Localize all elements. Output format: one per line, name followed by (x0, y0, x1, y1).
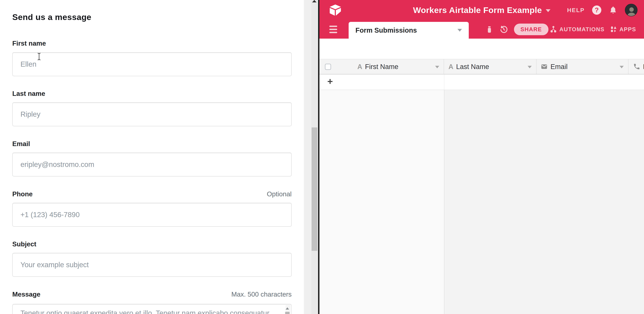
subject-label-row: Subject (12, 240, 292, 248)
column-label: Last Name (456, 63, 489, 71)
column-divider (444, 90, 444, 314)
last-name-label-row: Last name (12, 90, 292, 97)
chevron-down-icon[interactable] (620, 66, 624, 68)
help-question-icon[interactable]: ? (592, 6, 601, 15)
scrollbar-thumb[interactable] (285, 312, 290, 314)
email-label: Email (12, 140, 30, 148)
scroll-up-arrow-icon[interactable] (312, 0, 316, 3)
apps-icon (610, 26, 618, 33)
textarea-scrollbar[interactable] (286, 305, 290, 314)
last-name-label: Last name (12, 90, 45, 97)
scroll-column-area (444, 90, 644, 314)
scroll-up-arrow-icon[interactable] (286, 307, 289, 309)
apps-label: APPS (620, 26, 636, 33)
last-name-input[interactable] (12, 102, 292, 126)
notifications-bell-icon[interactable] (609, 6, 618, 15)
chevron-down-icon[interactable] (546, 9, 550, 12)
subject-label: Subject (12, 240, 36, 248)
help-button[interactable]: HELP (567, 7, 584, 14)
column-label: Phone (643, 63, 644, 71)
email-icon (540, 63, 548, 70)
chevron-down-icon[interactable] (435, 66, 439, 68)
email-input[interactable] (12, 153, 292, 176)
topbar-right-group: HELP ? (567, 0, 638, 20)
trash-icon[interactable] (485, 25, 494, 34)
single-line-text-icon: A (357, 63, 362, 71)
column-label: First Name (365, 63, 398, 71)
automations-label: AUTOMATIONS (559, 26, 604, 33)
browser-scrollbar[interactable] (304, 0, 318, 314)
phone-label: Phone (12, 190, 32, 198)
window-divider (318, 0, 320, 314)
text-cursor-ibeam (37, 53, 41, 61)
airtable-window: Workers Airtable Form Example HELP ? (320, 0, 644, 314)
add-row[interactable]: + (320, 75, 644, 90)
message-label: Message (12, 290, 40, 298)
phone-label-row: Phone Optional (12, 190, 292, 198)
phone-icon (633, 63, 640, 70)
chevron-down-icon[interactable] (528, 66, 532, 68)
table-tabs-bar: Form Submissions SHARE (320, 20, 644, 39)
phone-input[interactable] (12, 203, 292, 227)
subject-input[interactable] (12, 253, 292, 277)
tab-form-submissions[interactable]: Form Submissions (348, 22, 469, 39)
first-name-input[interactable] (12, 52, 292, 76)
column-header-last-name[interactable]: A Last Name (444, 59, 536, 74)
first-name-label: First name (12, 40, 46, 47)
grid-body (320, 90, 644, 314)
column-divider (444, 75, 444, 90)
screen: Send us a message First name Last name E… (0, 0, 644, 314)
user-avatar[interactable] (625, 4, 638, 17)
chevron-down-icon[interactable] (458, 29, 462, 32)
page-title: Send us a message (12, 12, 91, 22)
column-header-phone[interactable]: Phone (628, 59, 644, 74)
message-textarea[interactable]: Tenetur optio quaerat expedita vero et i… (12, 304, 292, 314)
scrollbar-thumb[interactable] (312, 127, 318, 251)
email-label-row: Email (12, 140, 292, 148)
first-name-label-row: First name (12, 40, 292, 47)
phone-optional-note: Optional (267, 190, 292, 198)
column-header-first-name[interactable]: A First Name (320, 59, 444, 74)
select-all-checkbox[interactable] (325, 64, 331, 70)
active-table-name: Form Submissions (356, 27, 417, 34)
hamburger-menu-icon[interactable] (329, 26, 337, 33)
message-label-row: Message Max. 500 characters (12, 290, 292, 298)
column-header-email[interactable]: Email (536, 59, 628, 74)
automations-icon (550, 26, 557, 33)
contact-form-window: Send us a message First name Last name E… (0, 0, 304, 314)
automations-button[interactable]: AUTOMATIONS (550, 20, 604, 39)
add-row-plus-icon[interactable]: + (327, 77, 333, 86)
airtable-topbar: Workers Airtable Form Example HELP ? (320, 0, 644, 20)
view-toolbar: Grid view (320, 39, 644, 59)
grid-header-row: A First Name A Last Name Email (320, 59, 644, 75)
history-icon[interactable] (500, 25, 508, 34)
message-text: Tenetur optio quaerat expedita vero et i… (20, 308, 279, 314)
base-title[interactable]: Workers Airtable Form Example (413, 5, 542, 15)
apps-button[interactable]: APPS (610, 20, 636, 39)
message-max-note: Max. 500 characters (232, 290, 292, 298)
column-label: Email (550, 63, 568, 71)
frozen-column-area (320, 90, 444, 314)
share-button[interactable]: SHARE (514, 24, 548, 35)
single-line-text-icon: A (448, 63, 454, 71)
